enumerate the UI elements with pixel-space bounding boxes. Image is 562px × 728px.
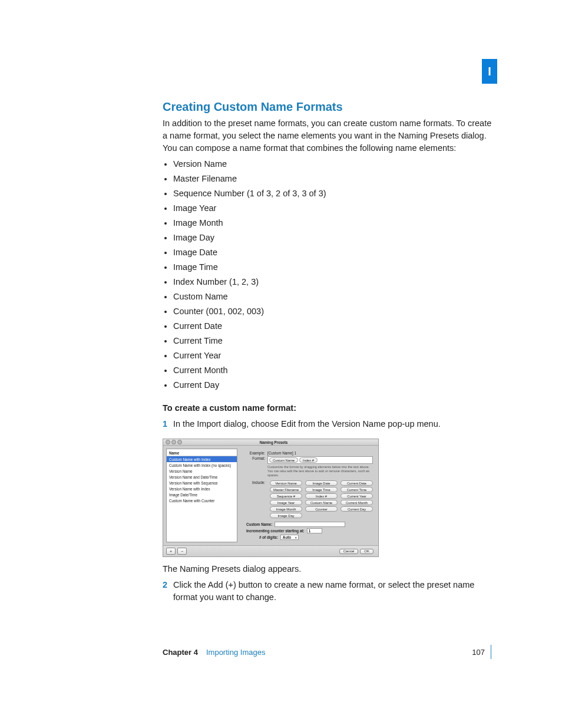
include-token[interactable]: Counter [305,506,338,512]
include-token[interactable]: Image Day [270,513,302,518]
list-item: Current Year [173,350,497,362]
counter-start-label: Incrementing counter starting at: [246,529,305,533]
list-item: Image Day [173,232,497,244]
list-item: Version Name [173,158,497,170]
digits-label: # of digits: [259,535,278,539]
preset-item[interactable]: Version Name with Sequence [167,480,237,486]
include-token[interactable]: Current Day [340,506,373,512]
add-preset-button[interactable]: + [166,548,176,555]
example-label: Example: [242,451,267,455]
include-token[interactable]: Master Filename [270,487,302,492]
step-text: Click the Add (+) button to create a new… [173,579,497,604]
include-token[interactable]: Index # [305,493,338,499]
name-elements-list: Version Name Master Filename Sequence Nu… [163,158,497,391]
list-item: Current Time [173,335,497,347]
ok-button[interactable]: OK [360,549,373,554]
section-heading: Creating Custom Name Formats [163,100,497,114]
preset-item[interactable]: Custom Name with Index [167,456,237,462]
preset-list-header: Name [167,450,237,456]
list-item: Counter (001, 002, 003) [173,305,497,318]
step-number: 1 [163,418,173,430]
cancel-button[interactable]: Cancel [339,549,359,554]
list-item: Image Year [173,202,497,215]
list-item: Current Day [173,379,497,391]
include-token[interactable]: Sequence # [270,493,302,499]
chapter-title: Importing Images [206,648,265,657]
dialog-title: Naming Presets [186,440,376,444]
list-item: Index Number (1, 2, 3) [173,276,497,288]
chapter-label: Chapter 4 [163,648,198,657]
preset-item[interactable]: Version Name and Date/Time [167,474,237,480]
format-token[interactable]: Custom Name [269,457,298,463]
include-token[interactable]: Image Time [305,487,338,492]
dialog-result-text: The Naming Presets dialog appears. [163,563,497,575]
list-item: Image Date [173,246,497,259]
custom-name-label: Custom Name: [246,522,272,526]
intro-paragraph: In addition to the preset name formats, … [163,117,497,154]
page-footer: Chapter 4 Importing Images 107 [163,645,497,659]
counter-start-input[interactable]: 1 [307,528,322,533]
list-item: Current Month [173,364,497,377]
include-token[interactable]: Current Month [340,500,373,505]
custom-name-input[interactable] [275,522,345,527]
include-token[interactable]: Current Time [340,487,373,492]
include-token[interactable]: Current Date [340,480,373,486]
include-token[interactable]: Image Year [270,500,302,505]
window-controls[interactable] [166,440,182,444]
digits-select[interactable]: Auto [280,535,299,540]
include-token[interactable]: Version Name [270,480,302,486]
list-item: Current Date [173,320,497,332]
task-heading: To create a custom name format: [163,402,497,414]
remove-preset-button[interactable]: − [177,548,187,555]
preset-item[interactable]: Version Name [167,468,237,474]
include-token[interactable]: Image Date [305,480,338,486]
format-hint: Customize the format by dragging element… [267,465,373,477]
naming-presets-dialog: Naming Presets Name Custom Name with Ind… [163,439,379,557]
zoom-icon[interactable] [177,440,182,444]
include-token[interactable]: Image Month [270,506,302,512]
step-number: 2 [163,579,173,604]
preset-list[interactable]: Name Custom Name with Index Custom Name … [166,449,237,542]
step-text: In the Import dialog, choose Edit from t… [173,418,497,430]
format-label: Format: [242,456,267,460]
include-token[interactable]: Custom Name [305,500,338,505]
part-tab: I [482,59,497,84]
format-token[interactable]: Index # [299,457,318,463]
preset-item[interactable]: Custom Name with Counter [167,498,237,503]
minimize-icon[interactable] [171,440,176,444]
preset-item[interactable]: Version Name with Index [167,486,237,492]
list-item: Sequence Number (1 of 3, 2 of 3, 3 of 3) [173,187,497,200]
close-icon[interactable] [166,440,170,444]
dialog-titlebar: Naming Presets [163,439,378,446]
example-value: [Custom Name] 1 [267,451,296,455]
footer-divider [491,645,491,659]
list-item: Image Time [173,261,497,274]
include-grid: Version Name Image Date Current Date Mas… [270,480,373,518]
list-item: Image Month [173,217,497,229]
list-item: Master Filename [173,173,497,185]
preset-item[interactable]: Image Date/Time [167,492,237,498]
preset-item[interactable]: Custom Name with Index (no spaces) [167,462,237,468]
format-field[interactable]: Custom Name Index # [267,456,373,464]
page-number: 107 [472,648,485,657]
include-token[interactable]: Current Year [340,493,373,499]
list-item: Custom Name [173,291,497,303]
include-label: Include: [242,480,267,485]
